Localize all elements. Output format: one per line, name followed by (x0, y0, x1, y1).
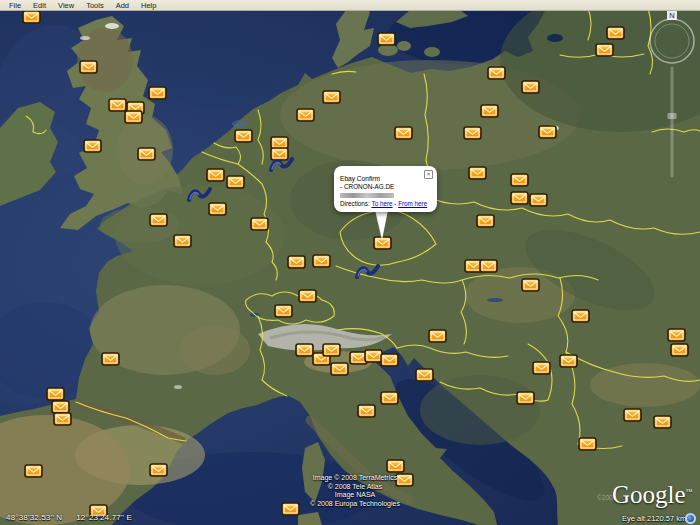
placemark-envelope-icon[interactable] (468, 166, 487, 180)
streaming-progress-icon (685, 513, 696, 524)
menu-item-view[interactable]: View (52, 0, 80, 11)
balloon-redacted-text-bar (340, 193, 394, 198)
placemark-envelope-icon[interactable] (124, 110, 143, 124)
placemark-envelope-icon[interactable] (287, 255, 306, 269)
placemark-envelope-icon[interactable] (559, 354, 578, 368)
placemark-envelope-icon[interactable] (516, 391, 535, 405)
placemark-envelope-icon[interactable] (173, 234, 192, 248)
directions-from-here-link[interactable]: From here (398, 200, 427, 207)
placemark-envelope-icon[interactable] (480, 104, 499, 118)
placemark-envelope-icon[interactable] (330, 362, 349, 376)
google-logo: Google™ (612, 479, 692, 508)
placemark-envelope-icon[interactable] (538, 125, 557, 139)
placemark-envelope-icon[interactable] (463, 126, 482, 140)
placemark-envelope-icon[interactable] (510, 173, 529, 187)
placemark-envelope-icon[interactable] (24, 464, 43, 478)
attribution-line: Image NASA (255, 491, 455, 500)
menu-item-help[interactable]: Help (135, 0, 162, 11)
eye-altitude-readout: Eye alt 2120.57 km (622, 514, 686, 523)
placemark-envelope-icon[interactable] (377, 32, 396, 46)
directions-label: Directions: (340, 200, 370, 207)
placemark-envelope-icon[interactable] (623, 408, 642, 422)
compass-north-label: N (669, 11, 674, 20)
placemark-envelope-icon[interactable] (571, 309, 590, 323)
longitude-readout: 12°23'24.77" E (76, 513, 132, 522)
latitude-readout: 48°38'32.53" N (6, 513, 62, 522)
placemark-envelope-icon[interactable] (357, 404, 376, 418)
google-logo-text: Google (612, 481, 686, 508)
balloon-title: Ebay Confirm (340, 175, 431, 183)
placemark-envelope-icon[interactable] (250, 217, 269, 231)
menu-item-file[interactable]: File (3, 0, 27, 11)
placemark-envelope-icon[interactable] (428, 329, 447, 343)
placemark-envelope-icon[interactable] (606, 26, 625, 40)
placemark-envelope-icon[interactable] (274, 304, 293, 318)
placemark-envelope-icon[interactable] (137, 147, 156, 161)
directions-to-here-link[interactable]: To here (372, 200, 393, 207)
placemark-envelope-icon[interactable] (595, 43, 614, 57)
placemark-envelope-icon[interactable] (521, 80, 540, 94)
swirl-3d-icon (187, 186, 213, 204)
placemark-envelope-icon[interactable] (529, 193, 548, 207)
navigation-compass[interactable]: N (645, 8, 700, 184)
placemark-envelope-icon[interactable] (667, 328, 686, 342)
menu-item-edit[interactable]: Edit (27, 0, 52, 11)
zoom-slider-handle[interactable] (668, 113, 677, 119)
placemark-envelope-icon[interactable] (46, 387, 65, 401)
menu-item-add[interactable]: Add (110, 0, 135, 11)
placemark-envelope-icon[interactable] (79, 60, 98, 74)
attribution-lines: Image © 2008 TerraMetrics© 2008 Tele Atl… (255, 474, 455, 508)
placemark-envelope-icon[interactable] (653, 415, 672, 429)
attribution-line: © 2008 Europa Technologies (255, 500, 455, 509)
placemark-envelope-icon[interactable] (487, 66, 506, 80)
placemark-envelope-icon[interactable] (53, 412, 72, 426)
placemark-envelope-icon[interactable] (521, 278, 540, 292)
placemark-envelope-icon[interactable] (670, 343, 689, 357)
placemark-envelope-icon[interactable] (149, 463, 168, 477)
google-logo-trademark: ™ (686, 488, 693, 496)
balloon-tail (368, 208, 398, 244)
placemark-envelope-icon[interactable] (101, 352, 120, 366)
placemark-envelope-icon[interactable] (298, 289, 317, 303)
balloon-directions-row: Directions: To here - From here (340, 200, 431, 208)
google-earth-window: N × Ebay Confirm - CRONON-AG.DE Directio… (0, 0, 700, 525)
placemark-envelope-icon[interactable] (83, 139, 102, 153)
placemark-envelope-icon[interactable] (148, 86, 167, 100)
swirl-3d-icon (355, 263, 381, 281)
menu-bar: FileEditViewToolsAddHelp (0, 0, 700, 11)
placemark-envelope-icon[interactable] (510, 191, 529, 205)
placemark-envelope-icon[interactable] (476, 214, 495, 228)
placemark-envelope-icon[interactable] (206, 168, 225, 182)
balloon-subtitle: - CRONON-AG.DE (340, 183, 431, 191)
placemark-envelope-icon[interactable] (394, 126, 413, 140)
placemark-envelope-icon[interactable] (380, 353, 399, 367)
placemark-envelope-icon[interactable] (312, 254, 331, 268)
placemark-layer (0, 0, 700, 525)
balloon-close-icon[interactable]: × (424, 170, 433, 179)
placemark-envelope-icon[interactable] (479, 259, 498, 273)
status-coordinates: 48°38'32.53" N12°23'24.77" E (6, 513, 146, 522)
swirl-3d-icon (269, 156, 295, 174)
placemark-envelope-icon[interactable] (22, 10, 41, 24)
placemark-envelope-icon[interactable] (208, 202, 227, 216)
placemark-envelope-icon[interactable] (149, 213, 168, 227)
placemark-envelope-icon[interactable] (234, 129, 253, 143)
placemark-envelope-icon[interactable] (578, 437, 597, 451)
placemark-envelope-icon[interactable] (296, 108, 315, 122)
attribution-line: © 2008 Tele Atlas (255, 483, 455, 492)
info-balloon: × Ebay Confirm - CRONON-AG.DE Directions… (334, 166, 437, 212)
placemark-envelope-icon[interactable] (386, 459, 405, 473)
placemark-envelope-icon[interactable] (226, 175, 245, 189)
attribution-line: Image © 2008 TerraMetrics (255, 474, 455, 483)
menu-item-tools[interactable]: Tools (80, 0, 110, 11)
placemark-envelope-icon[interactable] (380, 391, 399, 405)
placemark-envelope-icon[interactable] (532, 361, 551, 375)
placemark-envelope-icon[interactable] (322, 343, 341, 357)
placemark-envelope-icon[interactable] (322, 90, 341, 104)
placemark-envelope-icon[interactable] (415, 368, 434, 382)
